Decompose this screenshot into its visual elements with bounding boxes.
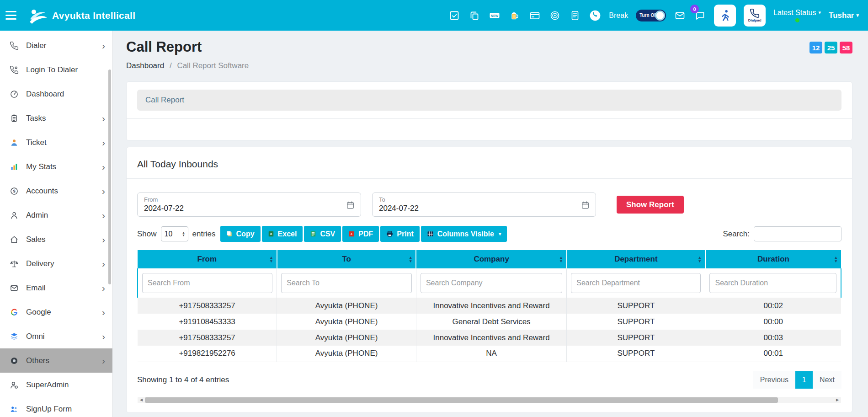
search-to-input[interactable] (281, 273, 412, 293)
new-feature-icon[interactable]: NEW (488, 9, 501, 21)
sidebar-item-label: Admin (26, 211, 48, 220)
breadcrumb-current: Call Report Software (177, 61, 249, 70)
sidebar-item-label: Dialer (26, 41, 46, 50)
task-check-icon[interactable] (448, 9, 460, 21)
sort-icon: ▴▾ (835, 256, 837, 263)
search-from-input[interactable] (142, 273, 272, 293)
scroll-left-arrow-icon[interactable]: ◀ (138, 398, 145, 402)
sidebar-item-delivery[interactable]: Delivery › (0, 251, 112, 276)
copy-icon (226, 230, 233, 237)
sidebar-item-accounts[interactable]: $ Accounts › (0, 179, 112, 203)
page-title: Call Report (126, 39, 249, 55)
previous-page-button[interactable]: Previous (753, 371, 795, 389)
report-file-icon[interactable] (569, 9, 581, 21)
breadcrumb-dashboard-link[interactable]: Dashboard (126, 61, 164, 70)
calendar-icon[interactable] (581, 201, 590, 209)
search-company-input[interactable] (421, 273, 562, 293)
scrollbar-thumb[interactable] (145, 397, 778, 403)
chevron-right-icon: › (102, 235, 105, 244)
mail-icon[interactable] (674, 9, 686, 21)
calendar-icon[interactable] (346, 201, 355, 209)
sidebar-item-email[interactable]: Email › (0, 276, 112, 300)
sidebar-item-others[interactable]: Others › (0, 348, 112, 373)
section-title: All Today Inbounds (137, 159, 218, 169)
sidebar-item-label: Sales (26, 235, 46, 244)
sidebar-item-superadmin[interactable]: SuperAdmin (0, 373, 112, 397)
column-header-department[interactable]: Department▴▾ (567, 250, 705, 268)
next-page-button[interactable]: Next (813, 371, 841, 389)
cell-duration: 00:00 (705, 314, 841, 330)
sidebar-item-dialer[interactable]: Dialer › (0, 33, 112, 58)
show-report-button[interactable]: Show Report (617, 196, 684, 214)
sidebar-item-my-stats[interactable]: My Stats › (0, 155, 112, 179)
search-department-input[interactable] (571, 273, 701, 293)
horizontal-scrollbar[interactable]: ◀ ▶ (138, 397, 841, 403)
chevron-right-icon: › (102, 356, 105, 365)
to-date-input[interactable]: To 2024-07-22 (372, 192, 596, 217)
cell-company: NA (416, 346, 566, 362)
pdf-button[interactable]: A PDF (342, 226, 379, 242)
cell-company: Innovative Incentives and Reward (416, 330, 566, 346)
excel-button[interactable]: X Excel (262, 226, 303, 242)
sidebar-scrollbar[interactable] (108, 70, 111, 284)
copy-button[interactable]: Copy (220, 226, 261, 242)
sidebar-item-dashboard[interactable]: Dashboard (0, 82, 112, 106)
scroll-right-arrow-icon[interactable]: ▶ (834, 398, 841, 402)
dialpad-button[interactable]: Dialpad (744, 5, 766, 27)
page-1-button[interactable]: 1 (795, 371, 813, 389)
csv-button[interactable]: CSV (304, 226, 341, 242)
break-label: Break (609, 11, 628, 20)
sidebar-item-label: Delivery (26, 259, 54, 268)
beer-mug-icon[interactable] (508, 9, 521, 21)
print-button[interactable]: Print (380, 226, 419, 242)
sidebar-item-login-to-dialer[interactable]: Login To Dialer (0, 58, 112, 82)
counter-badge-teal[interactable]: 25 (825, 42, 837, 53)
copy-pages-icon[interactable] (468, 9, 480, 21)
top-navbar: Avyukta Intellicall NEW (0, 0, 868, 31)
latest-status-dropdown[interactable]: Latest Status ▾ (773, 9, 821, 22)
counter-badge-blue[interactable]: 12 (809, 42, 822, 53)
cell-department: SUPPORT (567, 330, 705, 346)
sidebar-item-label: Email (26, 283, 46, 293)
column-header-from[interactable]: From▴▾ (138, 250, 277, 268)
sidebar-item-omni[interactable]: Omni › (0, 324, 112, 348)
columns-grid-icon (427, 230, 434, 237)
user-dropdown[interactable]: Tushar ▾ (829, 11, 859, 20)
tab-call-report[interactable]: Call Report (145, 96, 184, 105)
sidebar-item-signup-form[interactable]: SignUp Form (0, 397, 112, 417)
sidebar-item-google[interactable]: Google › (0, 300, 112, 324)
target-icon[interactable] (548, 9, 561, 21)
column-header-company[interactable]: Company▴▾ (416, 250, 566, 268)
table-search-input[interactable] (754, 226, 841, 241)
chat-notification-badge[interactable]: 0 (690, 5, 699, 13)
chevron-down-icon: ▾ (856, 12, 859, 18)
to-date-label: To (379, 196, 589, 203)
breadcrumb-separator: / (170, 61, 172, 70)
break-toggle[interactable]: Turn ON (636, 10, 666, 21)
sidebar-item-label: Google (26, 308, 51, 317)
sidebar-item-label: My Stats (26, 162, 56, 171)
sidebar-item-sales[interactable]: Sales › (0, 227, 112, 251)
table-row: +919108453333 Avyukta (PHONE) General De… (138, 314, 841, 330)
column-header-to[interactable]: To▴▾ (277, 250, 416, 268)
login-phone-icon (9, 65, 19, 75)
sidebar-item-admin[interactable]: Admin › (0, 203, 112, 227)
columns-visible-button[interactable]: Columns Visible ▾ (421, 226, 507, 242)
column-header-duration[interactable]: Duration▴▾ (705, 250, 841, 268)
google-g-icon (9, 307, 19, 317)
toggle-knob-icon (655, 11, 665, 21)
sidebar-item-tasks[interactable]: Tasks › (0, 106, 112, 130)
from-date-input[interactable]: From 2024-07-22 (137, 192, 361, 217)
cell-from: +917508333257 (138, 330, 277, 346)
chevron-right-icon: › (102, 138, 105, 147)
breadcrumb: Dashboard / Call Report Software (126, 61, 249, 70)
phone-circle-icon[interactable] (589, 9, 601, 21)
hamburger-menu-button[interactable] (5, 9, 21, 22)
agent-activity-button[interactable] (714, 5, 736, 27)
show-label: Show (137, 230, 157, 239)
sidebar-item-ticket[interactable]: Ticket › (0, 130, 112, 155)
credit-card-icon[interactable] (528, 9, 541, 21)
counter-badge-pink[interactable]: 58 (840, 42, 852, 53)
search-duration-input[interactable] (709, 273, 836, 293)
page-size-select[interactable]: 10 ▴▾ (161, 226, 188, 241)
